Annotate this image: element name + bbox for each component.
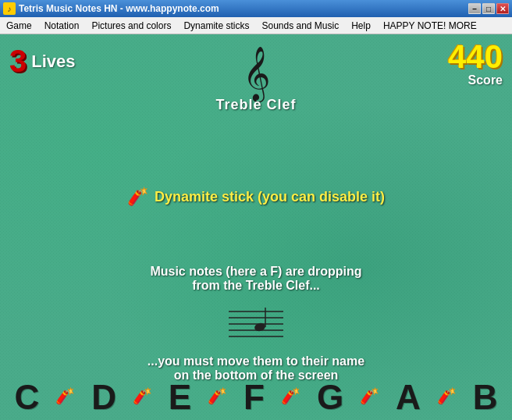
dropping-line1: Music notes (here a F) are dropping — [150, 265, 361, 279]
dynamite-icon: 🧨 — [127, 187, 148, 207]
score-area: 440 Score — [448, 41, 503, 87]
menu-item-notation[interactable]: Notation — [38, 17, 86, 34]
dynamite-text: Dynamite stick (you can disable it) — [155, 189, 385, 205]
note-a: A — [396, 378, 421, 417]
note-f: F — [244, 378, 265, 417]
dynamite-line: 🧨 Dynamite stick (you can disable it) — [127, 187, 385, 207]
title-bar: ♪ Tetris Music Notes HN - www.happynote.… — [0, 0, 512, 17]
window-title: Tetris Music Notes HN - www.happynote.co… — [19, 3, 219, 14]
dynamite-icon-1: 🧨 — [55, 386, 75, 405]
score-label: Score — [448, 73, 503, 87]
lives-area: 3 Lives — [9, 44, 76, 79]
app-icon: ♪ — [3, 2, 16, 15]
title-controls: – □ ✕ — [468, 3, 509, 14]
menu-item-happynote[interactable]: HAPPY NOTE! MORE — [377, 17, 483, 34]
game-area: 3 Lives 440 Score 𝄞 Treble Clef 🧨 Dynami… — [0, 34, 512, 420]
menu-item-help[interactable]: Help — [345, 17, 377, 34]
dropping-text: Music notes (here a F) are dropping from… — [150, 265, 361, 293]
note-d: D — [91, 378, 116, 417]
dynamite-icon-6: 🧨 — [437, 386, 457, 405]
lives-number: 3 — [9, 44, 27, 79]
staff-svg — [225, 300, 287, 347]
treble-clef-label: Treble Clef — [215, 97, 296, 112]
menu-item-sounds[interactable]: Sounds and Music — [255, 17, 345, 34]
treble-clef-area: 𝄞 Treble Clef — [215, 50, 296, 113]
menu-bar: Game Notation Pictures and colors Dynami… — [0, 17, 512, 34]
dynamite-icon-2: 🧨 — [133, 386, 152, 405]
dynamite-icon-4: 🧨 — [281, 386, 300, 405]
move-line1: ...you must move them to their name — [148, 354, 364, 368]
dropping-line2: from the Treble Clef... — [150, 279, 361, 293]
dynamite-icon-5: 🧨 — [360, 386, 379, 405]
dynamite-icon-3: 🧨 — [208, 386, 227, 405]
score-number: 440 — [448, 41, 503, 73]
menu-item-pictures[interactable]: Pictures and colors — [85, 17, 177, 34]
bottom-notes: C 🧨 D 🧨 E 🧨 F 🧨 G 🧨 A 🧨 B — [0, 378, 512, 417]
note-b: B — [473, 378, 498, 417]
lives-label: Lives — [31, 52, 75, 72]
minimize-button[interactable]: – — [468, 3, 481, 14]
note-c: C — [14, 378, 39, 417]
note-e: E — [169, 378, 191, 417]
maximize-button[interactable]: □ — [482, 3, 495, 14]
menu-item-dynamite[interactable]: Dynamite sticks — [177, 17, 255, 34]
title-left: ♪ Tetris Music Notes HN - www.happynote.… — [3, 2, 219, 15]
menu-item-game[interactable]: Game — [0, 17, 38, 34]
treble-clef-icon: 𝄞 — [215, 50, 296, 97]
note-g: G — [317, 378, 343, 417]
staff-area — [225, 300, 287, 347]
close-button[interactable]: ✕ — [496, 3, 509, 14]
